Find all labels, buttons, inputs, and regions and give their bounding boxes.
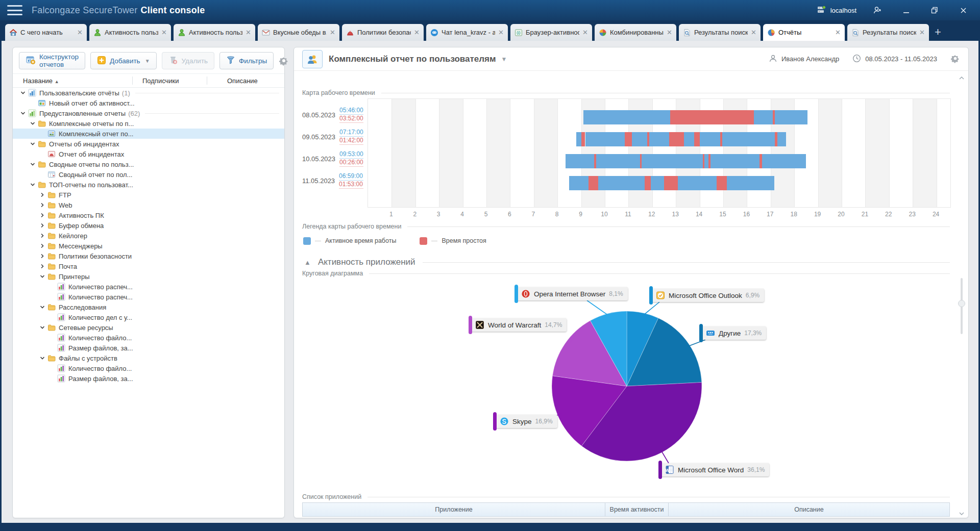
tab-lunches[interactable]: Вкусные обеды в...✕ (258, 24, 339, 41)
tree-open-chevron-icon[interactable] (39, 304, 45, 310)
tree-row[interactable]: Сводный отчет по пол... (13, 169, 284, 180)
tree-closed-chevron-icon[interactable] (39, 263, 45, 269)
tab-reports[interactable]: Отчёты✕ (763, 24, 845, 41)
tree-closed-chevron-icon[interactable] (39, 253, 45, 259)
tree-row[interactable]: Количество распеч... (13, 292, 284, 302)
column-header-subscribers[interactable]: Подписчики (132, 77, 217, 85)
scroll-up-icon[interactable] (959, 73, 964, 77)
restore-button[interactable] (927, 4, 942, 17)
tree-row[interactable]: Комплексные отчеты по п... (13, 118, 284, 129)
tree-row[interactable]: Пользовательские отчёты(1) (13, 88, 284, 98)
tree-row[interactable]: Активность ПК (13, 210, 284, 220)
column-header-name[interactable]: Название ▲ (13, 77, 132, 85)
tree-open-chevron-icon[interactable] (39, 273, 45, 280)
tree-row[interactable]: Кейлогер (13, 231, 284, 241)
tab-close-icon[interactable]: ✕ (414, 29, 420, 36)
tree-open-chevron-icon[interactable] (30, 141, 36, 147)
tree-closed-chevron-icon[interactable] (39, 233, 45, 239)
tree-row[interactable]: Расследования (13, 302, 284, 312)
tab-close-icon[interactable]: ✕ (919, 29, 925, 36)
chart-multi-icon (57, 334, 65, 342)
tree-row[interactable]: Отчеты об инцидентах (13, 139, 284, 149)
collapse-section-icon[interactable]: ▲ (304, 259, 311, 266)
tree-row[interactable]: Почта (13, 261, 284, 271)
tree-row[interactable]: Web (13, 200, 284, 210)
tree-row[interactable]: Предустановленные отчеты(62) (13, 108, 284, 118)
filters-button[interactable]: Фильтры (219, 52, 274, 69)
column-header-description[interactable]: Описание (217, 77, 258, 85)
tab-close-icon[interactable]: ✕ (246, 29, 251, 36)
tree-open-chevron-icon[interactable] (30, 120, 36, 127)
tree-row[interactable]: ТОП-отчеты по пользоват... (13, 180, 284, 190)
tree-row[interactable]: Мессенджеры (13, 241, 284, 251)
tab-user-activity-2[interactable]: Активность пользо...✕ (174, 24, 255, 41)
tab-search-results-2[interactable]: Результаты поиска...✕ (847, 24, 929, 41)
tree-row[interactable]: Принтеры (13, 271, 284, 282)
tree-row[interactable]: Комплексный отчет по... (13, 129, 284, 139)
tree-closed-chevron-icon[interactable] (39, 212, 45, 218)
tree-row[interactable]: Количество файло... (13, 333, 284, 343)
tab-close-icon[interactable]: ✕ (161, 29, 167, 36)
add-button[interactable]: Добавить ▼ (90, 52, 157, 69)
tree-row[interactable]: Буфер обмена (13, 220, 284, 231)
delete-button[interactable]: Удалить (162, 52, 215, 69)
tree-closed-chevron-icon[interactable] (39, 243, 45, 249)
tree-open-chevron-icon[interactable] (30, 161, 36, 167)
tree-row[interactable]: Количество дел с у... (13, 312, 284, 322)
tab-close-icon[interactable]: ✕ (330, 29, 335, 36)
tree-open-chevron-icon[interactable] (39, 355, 45, 361)
tree-row[interactable]: Политики безопасности (13, 251, 284, 261)
tree-row[interactable]: Файлы с устройств (13, 353, 284, 363)
clock-icon (852, 54, 861, 64)
tab-start[interactable]: С чего начать✕ (5, 24, 87, 41)
active-time-value: 05:46:00 (339, 107, 363, 115)
tab-close-icon[interactable]: ✕ (77, 29, 83, 36)
user-session-icon[interactable] (870, 4, 885, 17)
tree-row[interactable]: Количество распеч... (13, 282, 284, 292)
tree-row[interactable]: Новый отчет об активност... (13, 98, 284, 108)
tree-row[interactable]: Размер файлов, за... (13, 373, 284, 384)
tree-closed-chevron-icon[interactable] (39, 222, 45, 229)
tree-open-chevron-icon[interactable] (20, 90, 26, 96)
new-tab-button[interactable]: + (935, 27, 941, 38)
tree-open-chevron-icon[interactable] (39, 324, 45, 331)
minimize-button[interactable] (898, 4, 914, 17)
close-button[interactable] (955, 4, 971, 17)
apps-column-2[interactable]: Описание (669, 503, 949, 516)
tree-row[interactable]: Размер файлов, за... (13, 343, 284, 353)
tab-close-icon[interactable]: ✕ (751, 29, 756, 36)
tree-row[interactable]: Количество файло... (13, 363, 284, 373)
tree-row[interactable]: Сводные отчеты по польз... (13, 159, 284, 169)
tree-row-label: Сводный отчет по пол... (59, 171, 132, 179)
tree-row[interactable]: Отчет об инцидентах (13, 149, 284, 159)
report-title-dropdown-icon[interactable]: ▼ (501, 56, 507, 63)
pie-label-skype: Skype16,9% (495, 415, 557, 428)
tree-settings-gear-icon[interactable] (279, 56, 289, 66)
tree-closed-chevron-icon[interactable] (39, 192, 45, 198)
tab-close-icon[interactable]: ✕ (582, 29, 588, 36)
tab-close-icon[interactable]: ✕ (498, 29, 504, 36)
tab-chat[interactable]: Чат lena_kravz - ad...✕ (426, 24, 508, 41)
alarm-icon (346, 29, 354, 37)
tab-search-results-1[interactable]: Результаты поиска...✕ (679, 24, 761, 41)
tab-user-activity-1[interactable]: Активность пользо...✕ (89, 24, 171, 41)
tab-browser-activity[interactable]: Браузер-активност...✕ (510, 24, 592, 41)
apps-column-1[interactable]: Время активности (605, 503, 669, 516)
report-settings-gear-icon[interactable] (950, 54, 960, 65)
apps-column-0[interactable]: Приложение (303, 503, 605, 516)
tab-close-icon[interactable]: ✕ (835, 29, 841, 36)
axis-tick: 11 (625, 211, 631, 218)
tab-close-icon[interactable]: ✕ (667, 29, 672, 36)
tree-row[interactable]: FTP (13, 190, 284, 200)
hamburger-menu-icon[interactable] (7, 5, 22, 15)
tree-open-chevron-icon[interactable] (20, 110, 26, 116)
tree-open-chevron-icon[interactable] (30, 182, 36, 188)
scroll-down-icon[interactable] (959, 509, 964, 513)
app-name: Microsoft Office Word (678, 466, 744, 474)
report-builder-button[interactable]: Конструктор отчетов (19, 52, 85, 69)
tree-closed-chevron-icon[interactable] (39, 202, 45, 208)
tab-policies[interactable]: Политики безопас...✕ (342, 24, 424, 41)
tab-combined[interactable]: Комбинированны...✕ (595, 24, 676, 41)
tree-row[interactable]: Сетевые ресурсы (13, 322, 284, 333)
scrollbar-knob[interactable] (958, 300, 965, 307)
